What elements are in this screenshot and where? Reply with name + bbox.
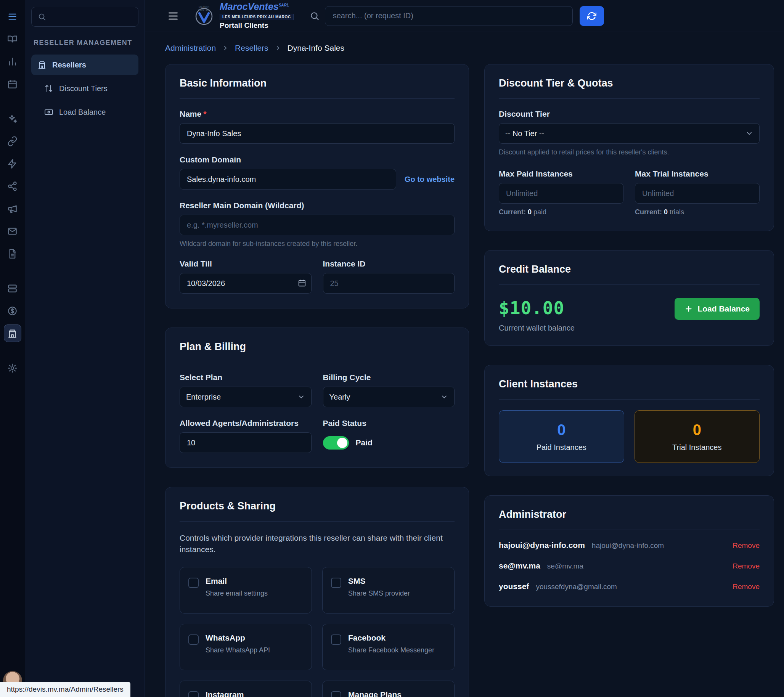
plan-select[interactable]: Enterprise	[180, 387, 311, 407]
card-title: Credit Balance	[499, 264, 759, 285]
paid-instances-label: Paid Instances	[507, 443, 616, 452]
queue-icon[interactable]	[4, 8, 21, 25]
gear-icon[interactable]	[4, 359, 21, 377]
refresh-button[interactable]	[580, 6, 604, 26]
sidebar-item-discount-tiers[interactable]: Discount Tiers	[38, 78, 138, 99]
checkbox-icon[interactable]	[331, 691, 341, 697]
max-trial-instances-field[interactable]	[635, 183, 759, 204]
product-tile-manage-plans[interactable]: Manage Plans	[322, 681, 455, 697]
sidebar-item-load-balance[interactable]: Load Balance	[38, 102, 138, 122]
banknote-icon	[44, 107, 53, 117]
sidebar-search-input[interactable]	[51, 13, 132, 21]
remove-admin-link[interactable]: Remove	[733, 583, 759, 591]
select-plan-label: Select Plan	[180, 373, 311, 382]
chevron-down-icon	[297, 393, 305, 401]
load-balance-button[interactable]: Load Balance	[675, 298, 759, 320]
card-title: Products & Sharing	[180, 500, 455, 522]
discount-tier-select[interactable]: -- No Tier --	[499, 123, 759, 144]
sidebar-item-resellers[interactable]: Resellers	[31, 54, 138, 75]
name-field[interactable]	[180, 123, 455, 144]
name-label: Name*	[180, 109, 455, 119]
calendar-icon[interactable]	[4, 75, 21, 93]
card-title: Client Instances	[499, 378, 759, 400]
remove-admin-link[interactable]: Remove	[733, 541, 759, 550]
admin-name: se@mv.ma	[499, 561, 540, 570]
product-tile-facebook[interactable]: FacebookShare Facebook Messenger	[322, 624, 455, 670]
breadcrumb-current: Dyna-Info Sales	[288, 43, 344, 53]
logo-title: MarocVentes	[220, 1, 279, 12]
admin-name: youssef	[499, 582, 529, 591]
sidebar-search[interactable]	[31, 7, 138, 27]
chevron-right-icon	[222, 44, 229, 51]
checkbox-icon[interactable]	[188, 691, 199, 697]
sparkles-icon[interactable]	[4, 110, 21, 127]
products-description: Controls which provider integrations thi…	[180, 532, 455, 555]
valid-till-date-field[interactable]	[180, 273, 311, 293]
chevron-down-icon	[746, 130, 753, 137]
load-balance-label: Load Balance	[697, 304, 750, 313]
allowed-agents-field[interactable]	[180, 432, 311, 453]
link-icon[interactable]	[4, 132, 21, 150]
product-tile-sms[interactable]: SMSShare SMS provider	[322, 567, 455, 613]
admin-row: youssef youssefdyna@gmail.com Remove	[499, 582, 759, 591]
mail-icon[interactable]	[4, 222, 21, 240]
bar-chart-icon[interactable]	[4, 53, 21, 70]
max-trial-instances-label: Max Trial Instances	[635, 169, 759, 178]
balance-amount: $10.00	[499, 298, 575, 318]
max-paid-instances-field[interactable]	[499, 183, 623, 204]
server-icon[interactable]	[4, 280, 21, 297]
wildcard-domain-field[interactable]	[180, 215, 455, 235]
tile-desc: Share SMS provider	[348, 590, 410, 598]
dollar-icon[interactable]	[4, 302, 21, 320]
custom-domain-field[interactable]	[180, 169, 396, 189]
checkbox-icon[interactable]	[188, 578, 199, 588]
book-icon[interactable]	[4, 30, 21, 48]
document-icon[interactable]	[4, 245, 21, 262]
products-sharing-card: Products & Sharing Controls which provid…	[165, 487, 469, 697]
paid-status-label: Paid Status	[323, 419, 455, 428]
app-logo[interactable]: MAROC VENTES MarocVentesSARL LES MEILLEU…	[193, 2, 294, 30]
sort-arrows-icon	[44, 84, 53, 93]
megaphone-icon[interactable]	[4, 200, 21, 218]
tile-title: Email	[206, 577, 268, 586]
plan-select-value: Enterprise	[186, 393, 221, 402]
remove-admin-link[interactable]: Remove	[733, 562, 759, 570]
sidebar-nav: Resellers Discount Tiers Load Balance	[31, 54, 138, 122]
checkbox-icon[interactable]	[331, 578, 341, 588]
icon-rail	[0, 0, 25, 697]
paid-status-toggle[interactable]	[323, 436, 349, 450]
tile-title: Facebook	[348, 633, 434, 643]
chevron-down-icon	[440, 393, 448, 401]
admin-name: hajoui@dyna-info.com	[499, 540, 585, 550]
trial-instances-label: Trial Instances	[642, 443, 752, 452]
credit-balance-card: Credit Balance $10.00 Current wallet bal…	[484, 250, 774, 346]
tile-title: SMS	[348, 577, 410, 586]
calendar-icon	[298, 279, 306, 287]
product-tile-instagram[interactable]: Instagram	[180, 681, 312, 697]
go-to-website-link[interactable]: Go to website	[405, 175, 455, 184]
product-tile-email[interactable]: EmailShare email settings	[180, 567, 312, 613]
bolt-icon[interactable]	[4, 155, 21, 172]
administrator-card: Administrator hajoui@dyna-info.com hajou…	[484, 495, 774, 606]
client-instances-card: Client Instances 0 Paid Instances 0 Tria…	[484, 365, 774, 476]
building-icon[interactable]	[4, 325, 21, 342]
tile-desc: Share WhatsApp API	[206, 646, 270, 654]
product-tile-whatsapp[interactable]: WhatsAppShare WhatsApp API	[180, 624, 312, 670]
global-search-input[interactable]	[325, 6, 573, 26]
chevron-right-icon	[275, 44, 282, 51]
billing-cycle-select[interactable]: Yearly	[323, 387, 455, 407]
billing-cycle-value: Yearly	[329, 393, 351, 402]
admin-row: se@mv.ma se@mv.ma Remove	[499, 561, 759, 570]
admin-email: youssefdyna@gmail.com	[536, 583, 617, 591]
discount-tier-help: Discount applied to retail prices for th…	[499, 148, 759, 157]
topbar: MAROC VENTES MarocVentesSARL LES MEILLEU…	[145, 0, 784, 32]
trial-instances-count: 0	[642, 421, 752, 438]
checkbox-icon[interactable]	[331, 634, 341, 645]
breadcrumb-administration[interactable]: Administration	[165, 43, 216, 53]
checkbox-icon[interactable]	[188, 634, 199, 645]
share-icon[interactable]	[4, 177, 21, 195]
hamburger-menu-icon[interactable]	[167, 10, 179, 22]
breadcrumb-resellers[interactable]: Resellers	[235, 43, 268, 53]
current-trials-text: Current: 0 trials	[635, 208, 759, 216]
plan-billing-card: Plan & Billing Select Plan Enterprise B	[165, 328, 469, 468]
